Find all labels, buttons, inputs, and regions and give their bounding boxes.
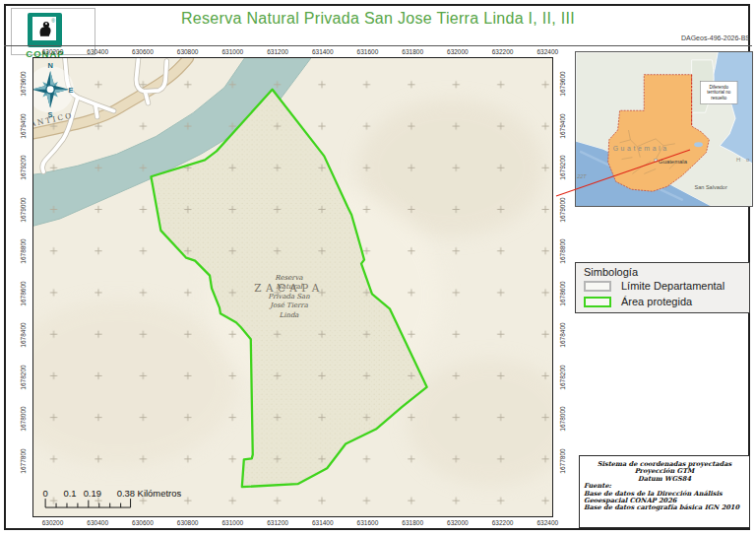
- svg-text:territorial no: territorial no: [707, 90, 730, 95]
- svg-text:0.38 Kilómetros: 0.38 Kilómetros: [117, 488, 182, 499]
- y-axis-label-right: 1678800: [559, 238, 566, 263]
- map-svg: ÁNTICO ZACAPA Reserva Natural Privada Sa…: [33, 58, 551, 515]
- compass-e: E: [68, 86, 73, 95]
- y-axis-label-right: 1678200: [559, 365, 566, 389]
- svg-text:Linda: Linda: [280, 311, 300, 319]
- x-axis-label-bottom: 632400: [536, 519, 558, 526]
- y-axis-label-right: 1678000: [559, 406, 566, 431]
- legend-label-area-protegida: Área protegida: [621, 296, 692, 307]
- svg-text:Diferendo: Diferendo: [709, 85, 728, 90]
- x-axis-label-bottom: 630200: [42, 519, 64, 526]
- legend-title: Simbología: [584, 266, 638, 278]
- y-axis-label-left: 1679200: [20, 155, 27, 179]
- x-axis-label-bottom: 631600: [357, 519, 379, 526]
- svg-text:José Tierra: José Tierra: [269, 302, 308, 309]
- y-axis-label-right: 1677800: [559, 448, 566, 473]
- legend-swatch-area-protegida: [584, 297, 611, 307]
- x-axis-label-top: 632000: [447, 48, 469, 55]
- registered-mark: ®: [51, 18, 55, 24]
- document-code: DAGeos-496-2026-BS: [681, 34, 750, 41]
- inset-san-salvador-label: San Salvador: [695, 184, 727, 190]
- x-axis-label-bottom: 631200: [267, 519, 288, 526]
- x-axis-label-top: 631600: [357, 48, 379, 55]
- y-axis-label-left: 1678400: [20, 322, 27, 347]
- inset-map: Diferendo territorial no resuelto Guatem…: [575, 51, 753, 207]
- x-axis-label-top: 630600: [132, 48, 154, 55]
- svg-text:Reserva: Reserva: [275, 274, 303, 282]
- x-axis-label-bottom: 631000: [221, 519, 243, 526]
- x-axis-label-top: 631400: [312, 48, 334, 55]
- conap-logo-mark: ®: [28, 13, 62, 47]
- inset-grid-zone-label: 22T: [576, 173, 587, 179]
- x-axis-label-bottom: 630800: [177, 519, 199, 526]
- svg-text:Privada San: Privada San: [268, 293, 310, 301]
- y-axis-label-right: 1679600: [559, 71, 566, 96]
- svg-text:0.1: 0.1: [63, 488, 76, 499]
- x-axis-label-top: 632200: [492, 48, 514, 55]
- y-axis-label-right: 1679400: [559, 113, 566, 138]
- svg-text:0: 0: [42, 488, 47, 499]
- page: ® CONAP Reserva Natural Privada San Jose…: [0, 0, 756, 536]
- inset-city-label: Guatemala: [659, 159, 688, 165]
- x-axis-label-bottom: 631800: [402, 519, 423, 526]
- x-axis-label-top: 631000: [221, 48, 243, 55]
- x-axis-label-bottom: 630400: [87, 519, 108, 526]
- legend: Simbología Límite Departamental Área pro…: [575, 262, 750, 313]
- y-axis-label-left: 1678000: [20, 406, 27, 431]
- x-axis-label-bottom: 632200: [492, 519, 514, 526]
- legend-label-departamental: Límite Departamental: [621, 280, 724, 292]
- x-axis-label-top: 630400: [87, 48, 108, 55]
- y-axis-label-left: 1679400: [20, 113, 27, 138]
- x-axis-label-top: 631800: [402, 48, 423, 55]
- x-axis-label-bottom: 632000: [447, 519, 469, 526]
- y-axis-label-left: 1678600: [20, 281, 27, 305]
- y-axis-label-left: 1679000: [20, 197, 27, 222]
- quetzal-icon: ®: [32, 17, 56, 40]
- x-axis-label-bottom: 630600: [132, 519, 154, 526]
- y-axis-label-right: 1679200: [559, 155, 566, 179]
- x-axis-label-top: 630800: [177, 48, 199, 55]
- legend-swatch-departamental: [584, 281, 611, 292]
- svg-text:resuelto: resuelto: [711, 96, 727, 100]
- map-canvas: ÁNTICO ZACAPA Reserva Natural Privada Sa…: [32, 57, 553, 517]
- y-axis-label-right: 1678400: [559, 322, 566, 347]
- y-axis-label-left: 1678800: [20, 238, 27, 263]
- x-axis-label-bottom: 631400: [312, 519, 334, 526]
- y-axis-label-left: 1679600: [20, 71, 27, 96]
- credits-source-2: Base de datos cartografía básica IGN 201…: [580, 504, 749, 511]
- credits-source-1: Base de datos de la Dirección Análisis G…: [580, 491, 749, 505]
- credits-box: Sistema de coordenadas proyectadas Proye…: [579, 455, 750, 528]
- y-axis-label-left: 1678200: [20, 365, 27, 389]
- page-title: Reserva Natural Privada San Jose Tierra …: [98, 10, 658, 28]
- y-axis-label-right: 1678600: [559, 281, 566, 305]
- x-axis-label-top: 630200: [42, 48, 64, 55]
- x-axis-label-top: 632400: [536, 48, 558, 55]
- y-axis-label-left: 1677800: [20, 448, 27, 473]
- compass-n: N: [47, 61, 52, 70]
- inset-country-label: Guatemala: [613, 145, 669, 152]
- x-axis-label-top: 631200: [267, 48, 288, 55]
- compass-s: S: [48, 110, 53, 119]
- y-axis-label-right: 1679000: [559, 197, 566, 222]
- inset-honduras-label: H o: [736, 157, 751, 163]
- svg-text:Natural: Natural: [276, 283, 303, 291]
- header-divider: [4, 45, 752, 46]
- svg-text:0.19: 0.19: [84, 488, 101, 499]
- inset-lake: [694, 142, 703, 147]
